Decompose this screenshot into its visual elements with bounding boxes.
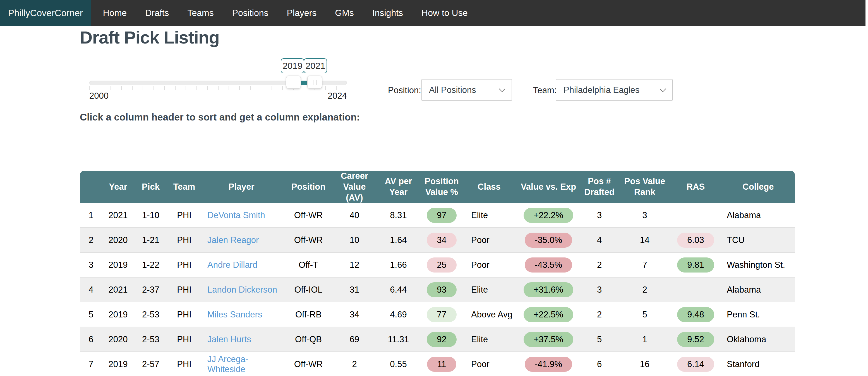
cell-career_av: 12: [335, 253, 374, 277]
position-filter-label: Position:: [388, 86, 421, 95]
cell-position: Off-QB: [282, 327, 335, 352]
pill-value_vs_exp: -43.5%: [525, 258, 572, 273]
cell-ras: 9.48: [670, 302, 721, 327]
cell-team: PHI: [167, 327, 201, 352]
cell-pick: 2-37: [134, 277, 167, 302]
cell-player[interactable]: Miles Sanders: [201, 302, 282, 327]
cell-class: Poor: [461, 253, 518, 277]
nav-link-gms[interactable]: GMs: [326, 0, 363, 26]
column-header-team[interactable]: Team: [167, 171, 201, 203]
nav-link-players[interactable]: Players: [278, 0, 326, 26]
cell-pos_drafted: 3: [579, 277, 620, 302]
year-slider-handle-low[interactable]: [286, 76, 301, 89]
nav-link-teams[interactable]: Teams: [178, 0, 223, 26]
cell-pos_value_rank: 1: [620, 327, 670, 352]
chevron-down-icon: [660, 86, 666, 92]
column-header-college[interactable]: College: [721, 171, 795, 203]
cell-value_vs_exp: +22.2%: [518, 203, 579, 228]
table-header-row: YearPickTeamPlayerPositionCareer Value (…: [80, 171, 795, 203]
column-header-rank[interactable]: [80, 171, 102, 203]
cell-rank: 1: [80, 203, 102, 228]
column-header-pos_drafted[interactable]: Pos # Drafted: [579, 171, 620, 203]
cell-position: Off-WR: [282, 228, 335, 253]
cell-pos_value_pct: 97: [423, 203, 461, 228]
column-header-career_av[interactable]: Career Value (AV): [335, 171, 374, 203]
column-header-class[interactable]: Class: [461, 171, 518, 203]
cell-class: Elite: [461, 327, 518, 352]
column-header-year[interactable]: Year: [102, 171, 134, 203]
slider-tick: [196, 86, 197, 90]
cell-team: PHI: [167, 352, 201, 376]
nav-link-positions[interactable]: Positions: [223, 0, 278, 26]
cell-player[interactable]: Jalen Hurts: [201, 327, 282, 352]
cell-year: 2021: [102, 277, 134, 302]
cell-college: Stanford: [721, 352, 795, 376]
pill-value_vs_exp: +31.6%: [524, 282, 573, 297]
cell-team: PHI: [167, 253, 201, 277]
draft-pick-table: YearPickTeamPlayerPositionCareer Value (…: [80, 171, 795, 376]
position-select[interactable]: All Positions: [422, 79, 512, 101]
cell-year: 2020: [102, 327, 134, 352]
cell-team: PHI: [167, 203, 201, 228]
cell-class: Poor: [461, 228, 518, 253]
cell-rank: 6: [80, 327, 102, 352]
cell-player[interactable]: Landon Dickerson: [201, 277, 282, 302]
slider-tick: [89, 86, 90, 90]
slider-tick: [132, 86, 132, 90]
slider-tick: [304, 86, 304, 90]
column-header-value_vs_exp[interactable]: Value vs. Exp: [518, 171, 579, 203]
column-header-pos_value_rank[interactable]: Pos Value Rank: [620, 171, 670, 203]
pill-ras: 6.03: [677, 233, 714, 248]
pill-ras: 9.48: [677, 307, 714, 322]
player-link[interactable]: Andre Dillard: [207, 260, 257, 270]
nav-link-insights[interactable]: Insights: [363, 0, 412, 26]
cell-player[interactable]: DeVonta Smith: [201, 203, 282, 228]
nav-link-how-to-use[interactable]: How to Use: [412, 0, 477, 26]
player-link[interactable]: Jalen Hurts: [207, 335, 251, 344]
column-header-av_per_year[interactable]: AV per Year: [374, 171, 423, 203]
team-select[interactable]: Philadelphia Eagles: [556, 79, 673, 101]
slider-tick: [207, 86, 208, 90]
player-link[interactable]: Landon Dickerson: [207, 285, 277, 295]
cell-college: Penn St.: [721, 302, 795, 327]
cell-team: PHI: [167, 277, 201, 302]
cell-year: 2019: [102, 352, 134, 376]
player-link[interactable]: JJ Arcega-Whiteside: [207, 354, 248, 374]
nav-link-home[interactable]: Home: [94, 0, 136, 26]
position-select-value: All Positions: [429, 85, 476, 95]
column-header-pos_value_pct[interactable]: Position Value %: [423, 171, 461, 203]
column-header-position[interactable]: Position: [282, 171, 335, 203]
player-link[interactable]: Jalen Reagor: [207, 235, 259, 245]
slider-tick: [154, 86, 154, 90]
slider-max-label: 2024: [328, 91, 347, 101]
cell-av_per_year: 4.69: [374, 302, 423, 327]
cell-college: TCU: [721, 228, 795, 253]
cell-pos_drafted: 6: [579, 352, 620, 376]
nav-link-drafts[interactable]: Drafts: [136, 0, 178, 26]
slider-tick: [186, 86, 186, 90]
cell-value_vs_exp: +31.6%: [518, 277, 579, 302]
brand-logo[interactable]: PhillyCoverCorner: [0, 0, 91, 26]
slider-tick: [164, 86, 165, 90]
column-header-ras[interactable]: RAS: [670, 171, 721, 203]
sort-hint-text: Click a column header to sort and get a …: [80, 111, 360, 123]
cell-av_per_year: 6.44: [374, 277, 423, 302]
year-slider-handle-high[interactable]: [307, 76, 322, 89]
cell-player[interactable]: Jalen Reagor: [201, 228, 282, 253]
pill-pos_value_pct: 93: [427, 282, 456, 297]
column-header-pick[interactable]: Pick: [134, 171, 167, 203]
player-link[interactable]: DeVonta Smith: [207, 210, 265, 220]
slider-tick: [347, 86, 347, 90]
cell-college: Washington St.: [721, 253, 795, 277]
cell-rank: 2: [80, 228, 102, 253]
page-title: Draft Pick Listing: [80, 27, 219, 47]
cell-ras: 9.81: [670, 253, 721, 277]
player-link[interactable]: Miles Sanders: [207, 310, 262, 319]
column-header-player[interactable]: Player: [201, 171, 282, 203]
cell-av_per_year: 8.31: [374, 203, 423, 228]
cell-pick: 2-53: [134, 302, 167, 327]
slider-tick: [228, 86, 229, 90]
cell-player[interactable]: Andre Dillard: [201, 253, 282, 277]
top-nav: PhillyCoverCorner HomeDraftsTeamsPositio…: [0, 0, 866, 26]
cell-player[interactable]: JJ Arcega-Whiteside: [201, 352, 282, 376]
